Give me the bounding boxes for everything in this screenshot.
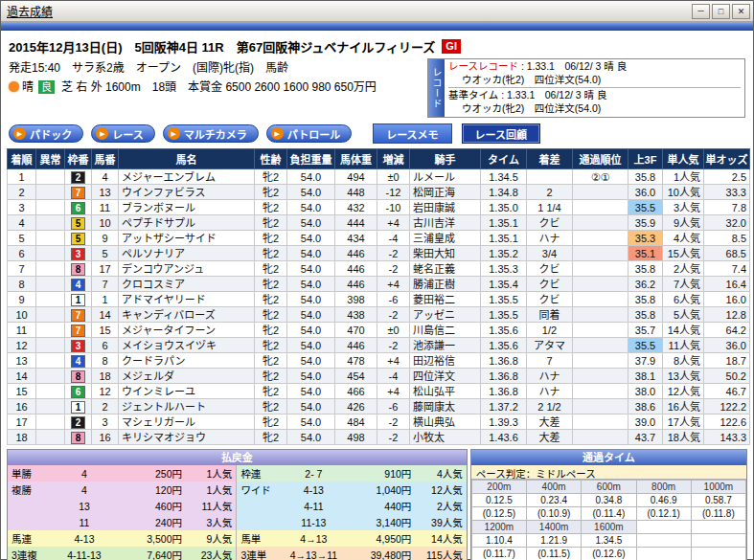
bet-combination: 13 xyxy=(52,498,117,514)
bracket-number: 7 xyxy=(65,323,92,338)
passing-time-section: 通過タイム ペース判定：ミドルペース 200m400m600m800m1000m… xyxy=(470,449,747,560)
bracket-number: 5 xyxy=(65,231,92,246)
popularity: 6人気 xyxy=(663,292,704,307)
distance-header xyxy=(691,521,745,534)
margin: 大差 xyxy=(527,430,573,445)
horse-number: 6 xyxy=(92,338,119,353)
race-title-row: 2015年12月13日(日) 5回阪神4日 11R 第67回阪神ジュベナイルフィ… xyxy=(7,33,747,58)
bracket-badge: 4 xyxy=(71,355,85,368)
payout-amount: 240円 xyxy=(117,514,186,530)
margin: 2 xyxy=(527,185,573,200)
record-box: レコード レースレコード : 1.33.1 06/12/ 3 晴 良 ウオッカ(… xyxy=(427,58,745,118)
payout-popularity: 115人気 xyxy=(415,547,466,560)
bracket-badge: 5 xyxy=(71,233,85,245)
race-memo-button[interactable]: レースメモ xyxy=(373,123,451,144)
horse-name[interactable]: ペプチドサプル xyxy=(119,215,255,231)
column-header: 騎手 xyxy=(410,149,481,169)
carried-weight: 54.0 xyxy=(287,430,335,445)
column-header: 馬番 xyxy=(92,149,119,169)
horse-name[interactable]: キリシマオジョウ xyxy=(119,430,255,445)
race-record-holder: ウオッカ(牝2) 四位洋文(54.0) xyxy=(448,74,741,87)
finish-position: 18 xyxy=(8,430,36,445)
horse-name[interactable]: ウインミレーユ xyxy=(119,384,255,399)
minimize-button-icon[interactable]: － xyxy=(692,4,710,19)
weight-diff: -4 xyxy=(377,231,410,246)
horse-name[interactable]: アットザシーサイド xyxy=(119,231,255,246)
payout-popularity: 23人気 xyxy=(186,547,237,560)
bracket-badge: 8 xyxy=(71,370,85,383)
bracket-badge: 6 xyxy=(71,202,85,214)
finish-position: 3 xyxy=(8,200,36,215)
horse-weight: 466 xyxy=(335,384,377,399)
horse-name[interactable]: メジャータイフーン xyxy=(119,323,255,338)
horse-number: 4 xyxy=(92,169,119,185)
bet-type: 枠連 xyxy=(237,465,281,482)
carried-weight: 54.0 xyxy=(287,246,335,261)
finish-position: 1 xyxy=(8,169,36,185)
paddock-button[interactable]: ▶パドック xyxy=(9,124,83,143)
result-row: 1236メイショウスイヅキ牝254.0446-2池添謙一1.35.6アタマ35.… xyxy=(8,338,750,353)
weight-diff: -2 xyxy=(377,414,410,430)
weight-diff: +4 xyxy=(377,215,410,231)
popularity: 16人気 xyxy=(663,399,704,414)
horse-name[interactable]: アドマイヤリード xyxy=(119,292,255,307)
race-video-button[interactable]: ▶レース xyxy=(91,124,154,143)
cumulative-time: 1.21.9 xyxy=(527,534,582,548)
race-review-button[interactable]: レース回顧 xyxy=(462,123,540,144)
bracket-number: 5 xyxy=(65,215,92,231)
maximize-button-icon[interactable]: □ xyxy=(712,4,730,19)
finish-position: 5 xyxy=(8,231,36,246)
passing-order xyxy=(573,384,628,399)
column-header: 馬名 xyxy=(119,149,255,169)
bet-combination: 4-11-13 xyxy=(52,547,117,560)
results-table: 着順異常枠番馬番馬名性齢負担重量馬体重増減騎手タイム着差通過順位上3F単人気単オ… xyxy=(7,148,750,445)
patrol-button[interactable]: ▶パトロール xyxy=(266,124,352,143)
play-icon: ▶ xyxy=(271,127,284,140)
sex-age: 牝2 xyxy=(255,292,287,307)
result-row: 10714キャンディバローズ牝254.0438-2アッゼニ1.35.5同着35.… xyxy=(8,307,750,323)
weight-diff: -6 xyxy=(377,292,410,307)
jockey-name: 四位洋文 xyxy=(410,369,481,384)
result-row: 4510ペプチドサプル牝254.0444+4古川吉洋1.35.1クビ35.99人… xyxy=(8,215,750,231)
horse-name[interactable]: クードラパン xyxy=(119,353,255,369)
weight-diff: -6 xyxy=(377,399,410,414)
popularity: 13人気 xyxy=(663,369,704,384)
result-row: 847クロコスミア牝254.0446+4勝浦正樹1.35.4クビ36.27人気1… xyxy=(8,277,750,292)
carried-weight: 54.0 xyxy=(287,185,335,200)
last-3f: 35.5 xyxy=(628,200,663,215)
win-odds: 12.8 xyxy=(704,307,750,323)
margin: 1 1/4 xyxy=(527,200,573,215)
horse-number: 3 xyxy=(92,414,119,430)
horse-name[interactable]: メジェルダ xyxy=(119,369,255,384)
finish-time: 1.35.0 xyxy=(481,200,527,215)
weight-diff: -2 xyxy=(377,338,410,353)
margin: 7 xyxy=(527,353,573,369)
sex-age: 牝2 xyxy=(255,246,287,261)
cumulative-time: 0.23.4 xyxy=(527,494,582,507)
finish-position: 10 xyxy=(8,307,36,323)
payout-amount: 1,040円 xyxy=(346,482,415,498)
carried-weight: 54.0 xyxy=(287,323,335,338)
horse-name[interactable]: メイショウスイヅキ xyxy=(119,338,255,353)
horse-name[interactable]: ジェントルハート xyxy=(119,399,255,414)
close-button-icon[interactable]: ✕ xyxy=(732,4,750,19)
multi-camera-button[interactable]: ▶マルチカメラ xyxy=(163,124,259,143)
horse-name[interactable]: ペルソナリア xyxy=(119,246,255,261)
horse-name[interactable]: クロコスミア xyxy=(119,277,255,292)
horse-weight: 448 xyxy=(335,185,377,200)
horse-name[interactable]: マシェリガール xyxy=(119,414,255,430)
popularity: 12人気 xyxy=(663,384,704,399)
horse-name[interactable]: メジャーエンブレム xyxy=(119,169,255,185)
horse-name[interactable]: キャンディバローズ xyxy=(119,307,255,323)
last-3f: 35.8 xyxy=(628,169,663,185)
margin: 大差 xyxy=(527,414,573,430)
win-odds: 16.0 xyxy=(704,292,750,307)
horse-name[interactable]: デンコウアンジュ xyxy=(119,261,255,277)
result-row: 18816キリシマオジョウ牝254.0498-2小牧太1.43.6大差43.71… xyxy=(8,430,750,445)
jockey-name: 田辺裕信 xyxy=(410,353,481,369)
horse-name[interactable]: ブランボヌール xyxy=(119,200,255,215)
horse-name[interactable]: ウインファビラス xyxy=(119,185,255,200)
margin: 2 1/2 xyxy=(527,399,573,414)
horse-weight: 454 xyxy=(335,369,377,384)
finish-position: 6 xyxy=(8,246,36,261)
